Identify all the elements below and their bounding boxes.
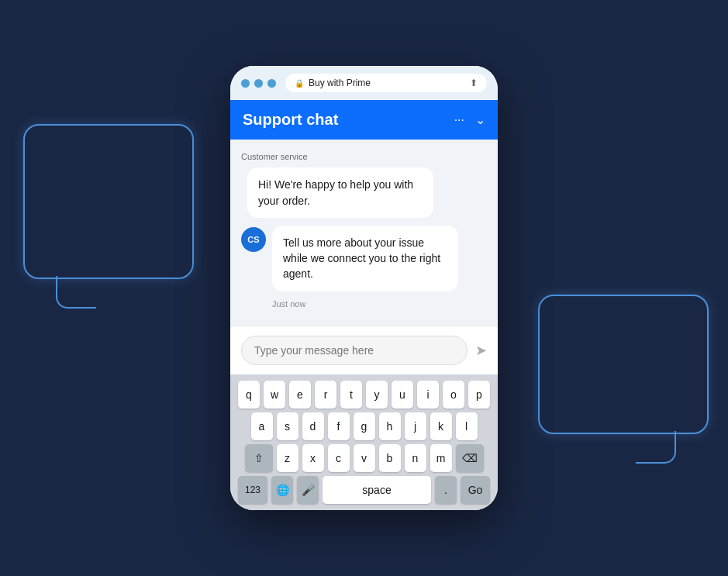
key-t[interactable]: t — [340, 381, 362, 409]
key-123[interactable]: 123 — [238, 476, 267, 504]
key-l[interactable]: l — [456, 412, 478, 440]
key-n[interactable]: n — [405, 444, 426, 472]
keyboard-row-1: q w e r t y u i o p — [233, 381, 495, 409]
key-delete[interactable]: ⌫ — [456, 444, 484, 472]
message-text-2: Tell us more about your issue while we c… — [283, 236, 440, 281]
url-text: Buy with Prime — [309, 78, 465, 88]
speech-bubble-right — [538, 295, 709, 434]
header-icons: ··· ⌄ — [454, 112, 485, 127]
browser-bar: 🔒 Buy with Prime ⬆ — [230, 66, 498, 100]
avatar: CS — [241, 227, 266, 252]
chat-bubble-1: Hi! We're happy to help you with your or… — [247, 167, 433, 218]
key-m[interactable]: m — [430, 444, 452, 472]
url-bar[interactable]: 🔒 Buy with Prime ⬆ — [285, 74, 487, 92]
key-e[interactable]: e — [289, 381, 311, 409]
key-b[interactable]: b — [379, 444, 401, 472]
key-a[interactable]: a — [251, 412, 273, 440]
chevron-down-icon[interactable]: ⌄ — [475, 112, 485, 127]
key-s[interactable]: s — [277, 412, 298, 440]
keyboard: q w e r t y u i o p a s d f g h j k l ⇧ … — [230, 374, 498, 510]
chat-body: Customer service Hi! We're happy to help… — [230, 140, 498, 325]
message-input-area: ➤ — [230, 326, 498, 374]
key-period[interactable]: . — [435, 476, 457, 504]
lock-icon: 🔒 — [295, 79, 304, 88]
key-i[interactable]: i — [417, 381, 439, 409]
key-c[interactable]: c — [328, 444, 350, 472]
traffic-light-3 — [267, 79, 276, 88]
bubble-content-2: Tell us more about your issue while we c… — [272, 226, 487, 309]
more-options-icon[interactable]: ··· — [454, 113, 464, 127]
key-u[interactable]: u — [392, 381, 413, 409]
key-q[interactable]: q — [238, 381, 260, 409]
key-h[interactable]: h — [379, 412, 401, 440]
key-v[interactable]: v — [354, 444, 375, 472]
traffic-light-1 — [241, 79, 250, 88]
key-k[interactable]: k — [430, 412, 452, 440]
timestamp: Just now — [272, 299, 487, 309]
phone-frame: 🔒 Buy with Prime ⬆ Support chat ··· ⌄ Cu… — [230, 66, 498, 509]
keyboard-row-3: ⇧ z x c v b n m ⌫ — [233, 444, 495, 472]
key-p[interactable]: p — [468, 381, 490, 409]
key-o[interactable]: o — [443, 381, 464, 409]
share-icon: ⬆ — [470, 78, 478, 88]
key-space[interactable]: space — [323, 476, 431, 504]
key-j[interactable]: j — [405, 412, 426, 440]
key-x[interactable]: x — [302, 444, 324, 472]
keyboard-bottom-row: 123 🌐 🎤 space . Go — [233, 476, 495, 504]
message-input[interactable] — [241, 336, 468, 365]
chat-bubble-2: Tell us more about your issue while we c… — [272, 226, 458, 291]
key-z[interactable]: z — [277, 444, 298, 472]
key-d[interactable]: d — [302, 412, 324, 440]
traffic-light-2 — [254, 79, 263, 88]
chat-message-2-container: CS Tell us more about your issue while w… — [241, 226, 487, 309]
send-icon[interactable]: ➤ — [475, 342, 487, 359]
key-r[interactable]: r — [315, 381, 336, 409]
key-globe[interactable]: 🌐 — [271, 476, 293, 504]
speech-bubble-left — [23, 124, 194, 279]
chat-header: Support chat ··· ⌄ — [230, 100, 498, 140]
chat-title: Support chat — [243, 111, 338, 129]
key-g[interactable]: g — [354, 412, 375, 440]
traffic-lights — [241, 79, 276, 88]
keyboard-row-2: a s d f g h j k l — [233, 412, 495, 440]
message-text-1: Hi! We're happy to help you with your or… — [258, 178, 413, 206]
key-shift[interactable]: ⇧ — [245, 444, 273, 472]
key-w[interactable]: w — [264, 381, 285, 409]
key-mic[interactable]: 🎤 — [297, 476, 319, 504]
key-y[interactable]: y — [366, 381, 388, 409]
agent-label: Customer service — [241, 152, 487, 161]
key-go[interactable]: Go — [461, 476, 490, 504]
key-f[interactable]: f — [328, 412, 350, 440]
